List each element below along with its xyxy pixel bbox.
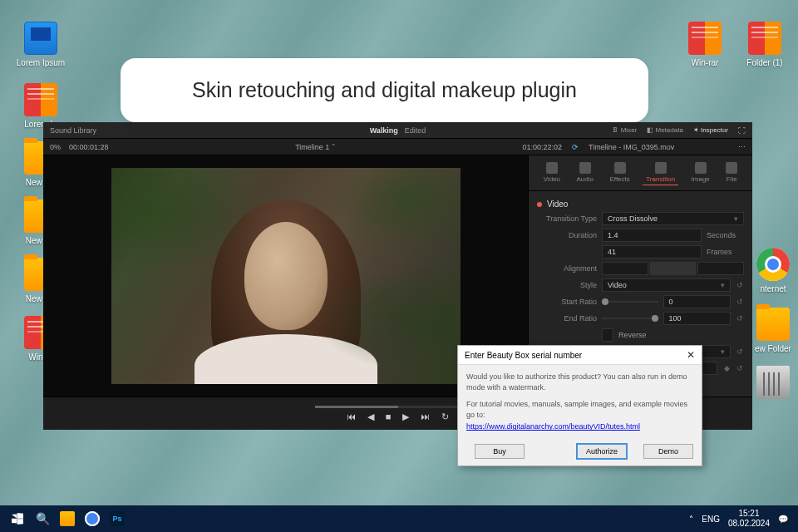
- keyframe-curve-icon[interactable]: ◆: [722, 364, 731, 372]
- label-seconds: Seconds: [707, 231, 744, 239]
- toolbar-metadata[interactable]: ◧ Metadata: [647, 126, 683, 134]
- dialog-close-icon[interactable]: ✕: [687, 349, 695, 361]
- timeline-menu-icon[interactable]: ⋯: [738, 143, 746, 151]
- desktop-icon-folder1-right[interactable]: Folder (1): [740, 22, 790, 67]
- tray-notifications-icon[interactable]: 💬: [778, 515, 788, 524]
- input-duration-frames[interactable]: 41: [602, 245, 702, 259]
- label-frames: Frames: [707, 248, 744, 256]
- scrubber[interactable]: [315, 406, 481, 408]
- tab-transition[interactable]: Transition: [643, 160, 678, 185]
- app-toolbar: Sound Library Walking Edited 🎚 Mixer ◧ M…: [43, 122, 752, 139]
- windows-icon: [12, 513, 23, 525]
- transport-stop-icon[interactable]: ■: [386, 411, 392, 422]
- taskbar: 🔍 Ps ˄ ENG 15:21 08.02.2024 💬: [0, 505, 798, 532]
- toolbar-mixer[interactable]: 🎚 Mixer: [612, 126, 637, 134]
- reset-style-icon[interactable]: ↺: [736, 281, 744, 289]
- sync-icon[interactable]: ⟳: [572, 143, 579, 151]
- align-start[interactable]: [602, 262, 648, 275]
- taskbar-explorer-icon[interactable]: [55, 507, 80, 530]
- toolbar-sound-library[interactable]: Sound Library: [50, 126, 96, 135]
- tray-clock[interactable]: 15:21 08.02.2024: [728, 509, 770, 529]
- banner-title: Skin retouching and digital makeup plugi…: [121, 58, 648, 122]
- label-duration: Duration: [537, 231, 597, 239]
- timecode-left: 00:00:01:28: [69, 143, 109, 151]
- video-viewer[interactable]: [43, 155, 528, 397]
- reset-start-ratio-icon[interactable]: ↺: [736, 298, 744, 306]
- transport-play-icon[interactable]: ▶: [402, 411, 409, 422]
- reset-end-ratio-icon[interactable]: ↺: [736, 314, 744, 323]
- taskbar-search-icon[interactable]: 🔍: [30, 507, 55, 530]
- dialog-title: Enter Beauty Box serial number: [465, 351, 582, 360]
- tab-audio[interactable]: Audio: [574, 160, 597, 185]
- tab-image[interactable]: Image: [688, 160, 713, 185]
- clip-title: Walking: [370, 126, 398, 135]
- transport-next-icon[interactable]: ⏭: [421, 411, 430, 422]
- tray-lang[interactable]: ENG: [702, 515, 720, 524]
- dialog-text-2: For tutorial movies, manuals, sample ima…: [466, 399, 693, 420]
- dropdown-style[interactable]: Video: [602, 278, 731, 292]
- align-end[interactable]: [697, 262, 744, 275]
- slider-start-ratio[interactable]: [602, 301, 658, 303]
- zoom-level[interactable]: 0%: [50, 143, 61, 151]
- transport-loop-icon[interactable]: ↻: [441, 411, 449, 422]
- label-transition-type: Transition Type: [537, 214, 597, 223]
- desktop-icon-newfolder-right[interactable]: ew Folder: [748, 308, 798, 353]
- desktop-icon-winrar-right[interactable]: Win-rar: [680, 22, 730, 67]
- alignment-buttons[interactable]: [602, 262, 744, 275]
- dropdown-transition-type[interactable]: Cross Dissolve: [602, 212, 744, 225]
- label-reverse: Reverse: [618, 331, 647, 339]
- checkbox-reverse[interactable]: [602, 328, 613, 342]
- input-duration-seconds[interactable]: 1.4: [602, 229, 702, 242]
- authorize-button[interactable]: Authorize: [577, 444, 627, 459]
- reset-ease-icon[interactable]: ↺: [736, 347, 744, 356]
- demo-button[interactable]: Demo: [643, 444, 693, 459]
- start-button[interactable]: [5, 507, 30, 530]
- timeline-header: 0% 00:00:01:28 Timeline 1 ˅ 01:00:22:02 …: [43, 139, 752, 155]
- timeline-name-right[interactable]: Timeline - IMG_0395.mov: [589, 143, 738, 151]
- desktop-icon-trash[interactable]: [748, 366, 798, 402]
- taskbar-ps-icon[interactable]: Ps: [105, 507, 130, 530]
- toolbar-expand-icon[interactable]: ⛶: [738, 126, 746, 135]
- tab-file[interactable]: File: [722, 160, 741, 185]
- tray-chevron-icon[interactable]: ˄: [689, 515, 693, 524]
- align-center[interactable]: [650, 262, 697, 275]
- dialog-link[interactable]: https://www.digitalanarchy.com/beautyVID…: [466, 421, 693, 432]
- tab-effects[interactable]: Effects: [606, 160, 633, 185]
- video-frame: [111, 168, 461, 384]
- toolbar-inspector[interactable]: ✶ Inspector: [693, 126, 728, 134]
- timeline-selector[interactable]: Timeline 1 ˅: [109, 143, 523, 151]
- serial-dialog: Enter Beauty Box serial number ✕ Would y…: [457, 345, 702, 466]
- label-alignment: Alignment: [537, 264, 597, 273]
- buy-button[interactable]: Buy: [475, 444, 525, 459]
- section-video[interactable]: Video: [537, 200, 744, 209]
- dialog-text-1: Would you like to authorize this product…: [466, 372, 693, 392]
- label-end-ratio: End Ratio: [537, 314, 597, 323]
- input-start-ratio[interactable]: 0: [663, 295, 732, 308]
- taskbar-chrome-icon[interactable]: [80, 507, 105, 530]
- tab-video[interactable]: Video: [540, 160, 564, 185]
- clip-edited-label: Edited: [405, 126, 426, 135]
- transport-first-icon[interactable]: ⏮: [347, 411, 356, 422]
- transport-prev-icon[interactable]: ◀: [367, 411, 374, 422]
- slider-end-ratio[interactable]: [602, 318, 658, 319]
- label-start-ratio: Start Ratio: [537, 298, 597, 306]
- desktop-icon-chrome[interactable]: nternet: [748, 248, 798, 293]
- label-style: Style: [537, 281, 597, 289]
- reset-curve-icon[interactable]: ↺: [736, 364, 744, 372]
- timecode-right: 01:00:22:02: [522, 143, 562, 151]
- input-end-ratio[interactable]: 100: [663, 312, 732, 325]
- desktop-icon-pc[interactable]: Lorem Ipsum: [16, 22, 66, 67]
